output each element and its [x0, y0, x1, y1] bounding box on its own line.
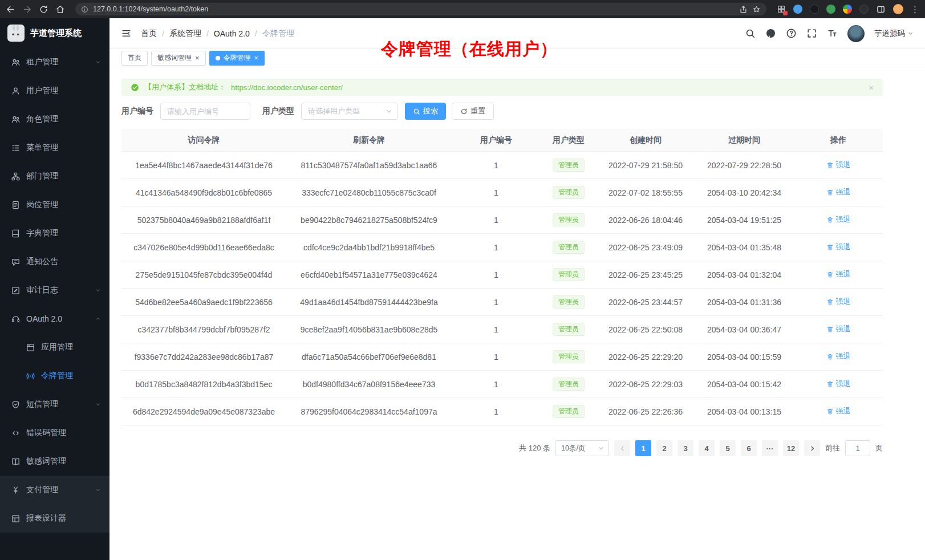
page-more-button[interactable]: ···	[762, 440, 778, 456]
paw-extension-icon[interactable]	[859, 5, 869, 14]
green-extension-icon[interactable]	[826, 5, 835, 14]
force-logout-button[interactable]: 强退	[826, 214, 851, 225]
reload-icon[interactable]	[39, 5, 48, 14]
back-icon[interactable]	[6, 5, 15, 14]
doc-link[interactable]: https://doc.iocoder.cn/user-center/	[231, 83, 343, 92]
sidebar-item-report-designer[interactable]: 报表设计器	[0, 504, 109, 533]
sidebar-item-notice[interactable]: 通知公告	[0, 247, 109, 276]
fullscreen-icon[interactable]	[806, 28, 817, 39]
collapse-menu-icon[interactable]	[121, 28, 132, 39]
force-logout-button[interactable]: 强退	[826, 160, 851, 170]
sidebar-item-label: 报表设计器	[26, 513, 66, 524]
goto-page-input[interactable]	[845, 440, 870, 456]
dark-extension-icon[interactable]	[810, 5, 819, 14]
user-type-badge: 管理员	[553, 295, 585, 309]
sidebar-item-sensitive-word[interactable]: 敏感词管理	[0, 447, 109, 476]
user-avatar[interactable]	[847, 25, 865, 42]
access-token-cell: 54d6be82ee5a460a9aedc1f9bf223656	[121, 298, 286, 307]
url-text[interactable]: 127.0.0.1:1024/system/oauth2/token	[93, 5, 735, 13]
create-time-cell: 2022-06-25 22:29:03	[597, 380, 695, 389]
expire-time-cell: 2054-03-04 01:32:04	[695, 270, 794, 279]
force-logout-button[interactable]: 强退	[826, 242, 851, 252]
sidebar-item-error-code[interactable]: 错误码管理	[0, 419, 109, 447]
reset-button[interactable]: 重置	[452, 103, 494, 120]
page-button-6[interactable]: 6	[741, 440, 757, 456]
alert-close-icon[interactable]: ×	[869, 83, 874, 92]
sidebar-item-label: 应用管理	[41, 342, 73, 352]
help-icon[interactable]	[786, 28, 797, 39]
report-icon	[11, 514, 21, 524]
alert-text: 【用户体系】文档地址：	[144, 82, 226, 92]
font-size-icon[interactable]	[827, 28, 838, 39]
sidebar-item-menu[interactable]: 菜单管理	[0, 133, 109, 162]
tab-sensitive-word[interactable]: 敏感词管理 ×	[151, 51, 206, 66]
table-row: 502375b8040a469a9b82188afdf6af1fbe90422b…	[121, 206, 883, 234]
sidebar-item-user[interactable]: 用户管理	[0, 76, 109, 105]
page-button-1[interactable]: 1	[635, 440, 651, 456]
tab-home[interactable]: 首页	[121, 51, 148, 66]
url-bar[interactable]: 127.0.0.1:1024/system/oauth2/token	[75, 3, 766, 15]
tab-token[interactable]: 令牌管理 ×	[209, 51, 265, 66]
sidebar-item-audit-log[interactable]: 审计日志	[0, 276, 109, 305]
breadcrumb-item[interactable]: OAuth 2.0	[214, 29, 250, 38]
close-icon[interactable]: ×	[254, 54, 259, 62]
sidebar-item-pay[interactable]: 支付管理	[0, 476, 109, 504]
app-logo[interactable]: 芋道管理系统	[0, 18, 109, 48]
app-window-icon	[26, 343, 35, 352]
expire-time-cell: 2054-03-04 00:15:42	[695, 380, 794, 389]
browser-menu-icon[interactable]: ⋮	[911, 5, 919, 14]
user-type-badge: 管理员	[553, 323, 585, 336]
pinwheel-extension-icon[interactable]	[843, 5, 852, 14]
page-size-select[interactable]: 10条/页	[555, 440, 609, 456]
sidebar-item-sms[interactable]: 短信管理	[0, 390, 109, 419]
search-button[interactable]: 搜索	[405, 103, 446, 120]
home-icon[interactable]	[55, 5, 65, 14]
force-logout-button[interactable]: 强退	[826, 379, 851, 389]
breadcrumb-item[interactable]: 系统管理	[169, 29, 201, 39]
prev-page-button[interactable]	[614, 440, 630, 456]
search-icon[interactable]	[745, 28, 756, 39]
extensions-icon[interactable]	[777, 5, 786, 14]
sidebar-item-tenant[interactable]: 租户管理	[0, 48, 109, 76]
page-button-4[interactable]: 4	[699, 440, 715, 456]
force-logout-button[interactable]: 强退	[826, 406, 851, 416]
side-panel-icon[interactable]	[876, 5, 886, 14]
force-logout-label: 强退	[836, 351, 851, 362]
sidebar-item-oauth2[interactable]: OAuth 2.0	[0, 305, 109, 333]
bookmark-star-icon[interactable]	[752, 5, 761, 14]
browser-profile-avatar[interactable]	[893, 4, 903, 14]
force-logout-button[interactable]: 强退	[826, 297, 851, 307]
user-id-input[interactable]	[160, 103, 250, 120]
breadcrumb-item[interactable]: 首页	[141, 29, 157, 39]
force-logout-button[interactable]: 强退	[826, 324, 851, 334]
github-icon[interactable]	[765, 28, 776, 39]
force-logout-button[interactable]: 强退	[826, 187, 851, 197]
chevron-down-icon	[95, 401, 102, 408]
page-button-5[interactable]: 5	[720, 440, 736, 456]
force-logout-button[interactable]: 强退	[826, 351, 851, 362]
force-logout-label: 强退	[836, 214, 851, 225]
user-type-select[interactable]: 请选择用户类型	[301, 103, 398, 120]
next-page-button[interactable]	[804, 440, 820, 456]
site-info-icon[interactable]	[81, 6, 88, 13]
force-logout-label: 强退	[836, 242, 851, 252]
force-logout-button[interactable]: 强退	[826, 269, 851, 279]
sidebar-item-dept[interactable]: 部门管理	[0, 162, 109, 190]
sidebar-item-oauth2-token[interactable]: 令牌管理	[0, 362, 109, 390]
sidebar-item-oauth2-app[interactable]: 应用管理	[0, 333, 109, 362]
blue-extension-icon[interactable]	[793, 5, 802, 14]
share-icon[interactable]	[739, 5, 748, 14]
sidebar-item-dict[interactable]: 字典管理	[0, 219, 109, 247]
sidebar-item-label: 部门管理	[26, 171, 58, 181]
page-button-12[interactable]: 12	[783, 440, 799, 456]
user-menu[interactable]: 芋道源码	[874, 29, 914, 39]
table-row: 6d842e2924594de9a09e45e087323abe8796295f…	[121, 398, 883, 425]
sidebar-item-role[interactable]: 角色管理	[0, 105, 109, 133]
page-button-3[interactable]: 3	[677, 440, 693, 456]
close-icon[interactable]: ×	[195, 54, 200, 62]
page-button-2[interactable]: 2	[656, 440, 672, 456]
trash-icon	[826, 271, 834, 278]
reset-button-label: 重置	[470, 106, 485, 116]
forward-icon[interactable]	[22, 5, 32, 14]
sidebar-item-post[interactable]: 岗位管理	[0, 190, 109, 219]
